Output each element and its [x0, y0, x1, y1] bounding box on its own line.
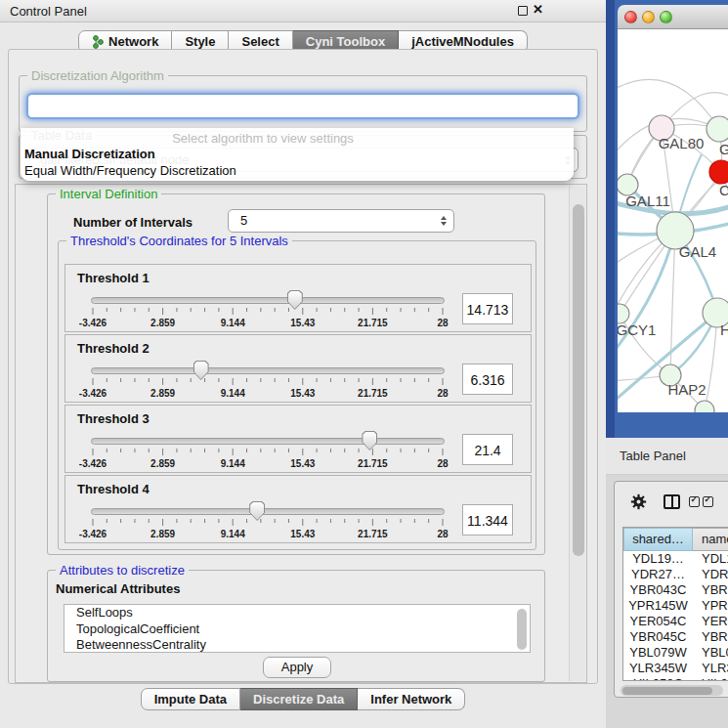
table-row[interactable]: YPR145WYPR1 [623, 598, 728, 614]
slider-thumb-face [194, 362, 208, 379]
slider-thumb[interactable] [193, 361, 209, 380]
tick-label: -3.426 [64, 458, 122, 469]
numerical-attributes-label: Numerical Attributes [56, 581, 180, 596]
thresholds-group-label: Threshold's Coordinates for 5 Intervals [66, 234, 292, 248]
zoom-window-icon[interactable] [660, 11, 672, 23]
thresholds-group: Threshold's Coordinates for 5 Intervals … [58, 240, 536, 550]
tick-label: 9.144 [203, 529, 262, 539]
horizontal-scrollbar-thumb[interactable] [622, 687, 712, 695]
table-row[interactable]: YDL19…YDL1 [623, 551, 728, 567]
column-header-shared[interactable]: shared… [623, 528, 693, 551]
split-view-icon[interactable] [664, 494, 680, 509]
slider-track[interactable] [91, 367, 445, 374]
bottom-tab-label: Discretize Data [253, 689, 344, 709]
network-node-c[interactable] [709, 160, 728, 184]
threshold-value-field[interactable]: 14.713 [462, 293, 513, 324]
network-window: GAL80GCGAL11GAL4GCY1HHAP2 [618, 5, 728, 412]
close-icon[interactable]: ✕ [533, 2, 543, 17]
table-row[interactable]: YIL052CYIL0 [623, 676, 728, 681]
cell-name: YLR3 [693, 661, 728, 676]
column-header-name[interactable]: name [693, 528, 728, 551]
attributes-group-label: Attributes to discretize [56, 563, 189, 578]
cell-name: YBR0 [693, 629, 728, 645]
checkbox-icon[interactable] [689, 496, 700, 507]
number-of-intervals-combobox[interactable]: 5 [228, 209, 454, 233]
threshold-value-field[interactable]: 6.316 [462, 364, 513, 395]
slider-track[interactable] [91, 508, 445, 515]
bottom-tab-impute-data[interactable]: Impute Data [141, 688, 240, 710]
table-row[interactable]: YLR345WYLR3 [623, 661, 728, 676]
vertical-scrollbar-thumb[interactable] [573, 204, 584, 556]
table-panel-title: Table Panel [620, 449, 686, 463]
vertical-scrollbar[interactable] [569, 186, 585, 681]
cell-name: YDR2 [693, 567, 728, 582]
algorithm-option-equal-width-frequency-discretization[interactable]: Equal Width/Frequency Discretization [24, 163, 236, 178]
tick-label: -3.426 [64, 388, 122, 399]
attribute-item-selfloops[interactable]: SelfLoops [64, 605, 530, 621]
minimize-window-icon[interactable] [642, 11, 655, 23]
gear-icon[interactable] [630, 493, 647, 510]
cell-name: YER0 [693, 614, 728, 629]
checkbox-icon[interactable] [703, 496, 713, 507]
cell-shared-name: YIL052C [623, 676, 693, 681]
table-row[interactable]: YDR27…YDR2 [623, 567, 728, 582]
attribute-item-betweennesscentrality[interactable]: BetweennessCentrality [64, 637, 530, 653]
threshold-panel-4: Threshold 4-3.4262.8599.14415.4321.71528… [64, 475, 532, 543]
algorithm-popup-hint: Select algorithm to view settings [21, 131, 574, 146]
tick-label: 15.43 [274, 318, 332, 328]
network-node-g[interactable] [707, 116, 728, 142]
tick-label: 21.715 [343, 388, 402, 399]
table-rows: YDL19…YDL1YDR27…YDR2YBR043CYBR0YPR145WYP… [623, 551, 728, 681]
slider-thumb[interactable] [362, 431, 377, 450]
table-row[interactable]: YBR045CYBR0 [623, 629, 728, 645]
algorithm-option-manual-discretization[interactable]: Manual Discretization [24, 147, 155, 161]
slider-thumb-face [250, 502, 264, 520]
interval-definition-group: Interval Definition Number of Intervals … [47, 193, 545, 555]
bottom-tab-discretize-data[interactable]: Discretize Data [240, 688, 358, 710]
threshold-value-field[interactable]: 21.4 [462, 434, 513, 465]
threshold-label: Threshold 4 [77, 482, 150, 496]
numerical-attributes-list[interactable]: SelfLoopsTopologicalCoefficientBetweenne… [64, 604, 531, 653]
cell-name: YPR1 [693, 598, 728, 614]
slider-thumb-face [288, 291, 302, 309]
threshold-value-field[interactable]: 11.344 [462, 504, 513, 535]
tick-label: 2.859 [134, 318, 193, 328]
close-window-icon[interactable] [624, 11, 637, 23]
attribute-item-topologicalcoefficient[interactable]: TopologicalCoefficient [64, 621, 530, 638]
bottom-tab-infer-network[interactable]: Infer Network [358, 688, 465, 710]
control-panel-title: Control Panel [10, 4, 87, 19]
slider-thumb[interactable] [287, 290, 303, 310]
network-canvas[interactable]: GAL80GCGAL11GAL4GCY1HHAP2 [618, 29, 728, 412]
cell-name: YDL1 [693, 551, 728, 567]
control-panel-titlebar: Control Panel ✕ [0, 0, 606, 22]
list-scrollbar-thumb[interactable] [517, 609, 527, 650]
algorithm-dropdown-popup: Select algorithm to view settings Manual… [21, 128, 574, 181]
screen: Control Panel ✕ NetworkStyleSelectCyni T… [0, 0, 728, 728]
horizontal-scrollbar[interactable] [621, 685, 723, 696]
tick-label: 21.715 [343, 458, 402, 469]
discretization-algorithm-label: Discretization Algorithm [27, 68, 168, 83]
table-row[interactable]: YBR043CYBR0 [623, 582, 728, 598]
tick-label: 2.859 [134, 388, 193, 399]
tick-label: 15.43 [274, 529, 332, 539]
slider-thumb[interactable] [249, 501, 265, 521]
table-row[interactable]: YBL079WYBL0 [623, 645, 728, 661]
network-node-gcy1[interactable] [618, 304, 629, 323]
table-panel-body: shared…name YDL19…YDL1YDR27…YDR2YBR043CY… [606, 475, 728, 728]
algorithm-combobox[interactable] [26, 93, 579, 119]
control-panel: Control Panel ✕ NetworkStyleSelectCyni T… [0, 0, 606, 728]
network-window-titlebar[interactable] [618, 5, 728, 29]
threshold-panel-1: Threshold 1-3.4262.8599.14415.4321.71528… [64, 264, 532, 332]
float-icon[interactable] [518, 6, 528, 16]
network-node-label: C [719, 182, 728, 198]
right-pane: GAL80GCGAL11GAL4GCY1HHAP2 Table Panel [606, 0, 728, 728]
slider-track[interactable] [91, 297, 445, 304]
slider-track[interactable] [91, 438, 445, 445]
network-view-frame: GAL80GCGAL11GAL4GCY1HHAP2 [606, 0, 728, 438]
apply-button[interactable]: Apply [263, 657, 331, 678]
table-row[interactable]: YER054CYER0 [623, 614, 728, 629]
tick-label: 15.43 [274, 388, 332, 399]
tick-label: 21.715 [343, 529, 402, 539]
threshold-panel-2: Threshold 2-3.4262.8599.14415.4321.71528… [64, 334, 532, 403]
cell-name: YBL0 [693, 645, 728, 661]
